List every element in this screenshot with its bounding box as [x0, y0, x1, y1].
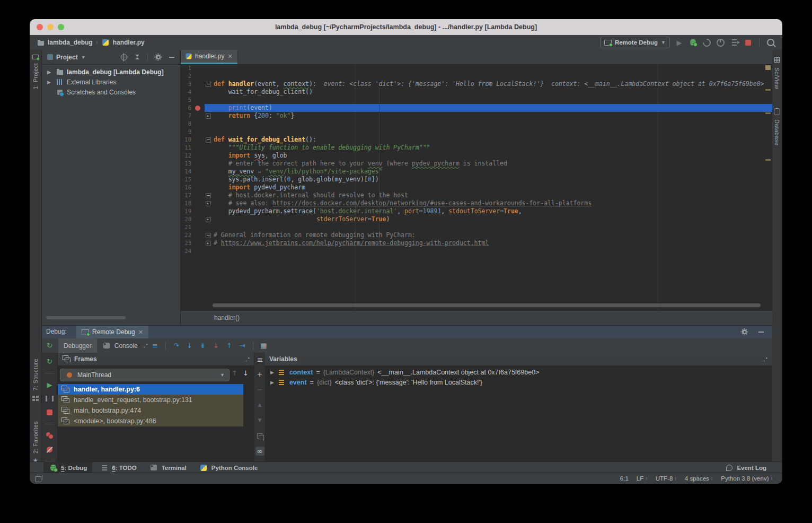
scope-breadcrumb[interactable]: handler(): [214, 314, 240, 321]
debug-icon[interactable]: [689, 38, 698, 47]
pin-icon[interactable]: →▪: [141, 342, 148, 349]
breakpoint-dot[interactable]: [195, 106, 200, 111]
expand-arrow-icon[interactable]: ▶: [47, 69, 52, 75]
toolwindow-button-project[interactable]: 1: Project: [30, 54, 41, 89]
fold-marker-icon[interactable]: [206, 201, 211, 206]
coverage-icon[interactable]: [702, 38, 711, 47]
toolwindow-button-favorites[interactable]: 2: Favorites ★: [30, 421, 41, 464]
code-line-15[interactable]: 15 sys.path.insert(0, glob.glob(my_venv)…: [181, 176, 772, 184]
code-line-8[interactable]: 8: [181, 120, 772, 128]
status-item-6-1[interactable]: 6:1: [620, 475, 629, 482]
fold-marker-icon[interactable]: [206, 114, 211, 119]
remove-watch-icon[interactable]: −: [255, 385, 264, 394]
run-to-cursor-icon[interactable]: ⇥: [238, 341, 247, 350]
breadcrumb-item[interactable]: handler.py: [101, 38, 145, 47]
code-line-1[interactable]: 1: [181, 64, 772, 72]
expand-arrow-icon[interactable]: ▶: [270, 380, 274, 385]
pause-icon[interactable]: [45, 394, 54, 403]
bottom-tab-debug[interactable]: 5: Debug: [43, 462, 92, 473]
code-line-6[interactable]: 6 print(event): [181, 104, 772, 112]
frame-row[interactable]: <module>, bootstrap.py:486: [58, 416, 243, 426]
code-line-13[interactable]: 13 # enter the correct path here to your…: [181, 160, 772, 168]
search-icon[interactable]: [766, 38, 775, 47]
rerun-icon[interactable]: ↻: [45, 357, 54, 366]
breadcrumb-item[interactable]: lambda_debug: [36, 38, 93, 47]
code-line-9[interactable]: 9: [181, 128, 772, 136]
code-line-12[interactable]: 12 import sys, glob: [181, 152, 772, 160]
variables-menu-icon[interactable]: ≡: [255, 355, 264, 364]
frame-row[interactable]: main, bootstrap.py:474: [58, 405, 243, 416]
variable-row[interactable]: ▶context = {LambdaContext} <__main__.Lam…: [265, 367, 772, 377]
settings-icon[interactable]: [740, 327, 749, 336]
mute-breakpoints-icon[interactable]: [45, 445, 54, 454]
locate-icon[interactable]: [119, 53, 128, 62]
warning-stripe-mark[interactable]: [765, 89, 771, 91]
settings-icon[interactable]: [154, 53, 163, 62]
code-line-16[interactable]: 16 import pydevd_pycharm: [181, 184, 772, 191]
collapse-all-icon[interactable]: [133, 53, 142, 62]
code-line-5[interactable]: 5: [181, 96, 772, 104]
force-step-into-icon[interactable]: ⇟: [198, 341, 207, 350]
pin-icon[interactable]: →▪: [243, 355, 250, 363]
close-icon[interactable]: ✕: [227, 53, 232, 60]
code-line-2[interactable]: 2: [181, 72, 772, 80]
tab-console[interactable]: Console →▪: [97, 338, 153, 353]
variable-row[interactable]: ▶event = {dict} <class 'dict'>: {'messag…: [265, 377, 772, 387]
tree-item[interactable]: ▶External Libraries: [42, 77, 180, 87]
rerun-icon[interactable]: ↻: [45, 341, 54, 350]
show-watches-icon[interactable]: ∞: [255, 447, 264, 456]
editor-tab-handler-py[interactable]: handler.py ✕: [181, 50, 238, 63]
profiler-icon[interactable]: [716, 38, 725, 47]
code-line-23[interactable]: 23# https://www.jetbrains.com/help/pycha…: [181, 239, 772, 247]
resume-icon[interactable]: ▶: [45, 380, 54, 389]
tree-item[interactable]: Scratches and Consoles: [42, 87, 180, 97]
code-line-24[interactable]: 24: [181, 247, 772, 255]
thread-selector[interactable]: MainThread ▼: [60, 369, 230, 381]
code-line-14[interactable]: 14 my_venv = "venv/lib/python*/site-pack…: [181, 168, 772, 176]
step-out-icon[interactable]: ↑: [225, 341, 234, 350]
expand-arrow-icon[interactable]: ▶: [47, 80, 52, 85]
fold-marker-icon[interactable]: [206, 233, 211, 238]
toolwindow-button-structure[interactable]: 7: Structure: [30, 359, 41, 403]
run-with-icon[interactable]: [730, 38, 739, 47]
step-into-my-code-icon[interactable]: ↓: [211, 341, 220, 350]
status-item-python-3-8-venv-[interactable]: Python 3.8 (venv)↕: [721, 475, 773, 482]
fold-marker-icon[interactable]: [206, 217, 211, 222]
code-line-18[interactable]: 18 # see also: https://docs.docker.com/d…: [181, 199, 772, 207]
status-item-utf-8[interactable]: UTF-8↕: [656, 475, 677, 482]
close-icon[interactable]: ✕: [138, 329, 143, 336]
move-down-icon[interactable]: ▼: [255, 416, 264, 425]
status-item-lf[interactable]: LF↕: [637, 475, 648, 482]
editor-hscrollbar[interactable]: [213, 303, 761, 307]
run-icon[interactable]: ▶: [675, 38, 684, 47]
tree-item[interactable]: ▶lambda_debug [Lambda Debug]: [42, 67, 180, 77]
code-line-19[interactable]: 19 pydevd_pycharm.settrace('host.docker.…: [181, 207, 772, 215]
bottom-tab-python-console[interactable]: Python Console: [194, 462, 263, 473]
toolwindow-toggle-icon[interactable]: [34, 475, 43, 484]
tab-debugger[interactable]: Debugger: [58, 338, 97, 353]
show-execution-point-icon[interactable]: ≡: [151, 341, 160, 350]
expand-arrow-icon[interactable]: ▶: [270, 370, 274, 375]
code-line-7[interactable]: 7 return {200: "ok"}: [181, 112, 772, 120]
warning-stripe-mark[interactable]: [765, 112, 771, 114]
frame-row[interactable]: handle_event_request, bootstrap.py:131: [58, 395, 243, 405]
fold-marker-icon[interactable]: [206, 137, 211, 143]
warning-stripe-mark[interactable]: [765, 159, 771, 161]
next-frame-icon[interactable]: ↓: [243, 369, 249, 377]
add-watch-icon[interactable]: +: [255, 370, 264, 379]
inspections-indicator[interactable]: [765, 65, 771, 70]
code-line-4[interactable]: 4 wait_for_debug_client(): [181, 88, 772, 96]
project-hscrollbar[interactable]: [46, 316, 126, 319]
previous-frame-icon[interactable]: ↑: [232, 369, 237, 377]
view-breakpoints-icon[interactable]: [45, 431, 54, 440]
stop-icon[interactable]: [744, 38, 753, 47]
toolwindow-button-sciview[interactable]: SciView: [772, 55, 782, 89]
bottom-tab-todo[interactable]: 6: TODO: [94, 462, 142, 473]
code-line-20[interactable]: 20 stderrToServer=True): [181, 215, 772, 223]
event-log-button[interactable]: Event Log: [725, 462, 766, 473]
code-line-3[interactable]: 3def handler(event, context): event: <cl…: [181, 80, 772, 88]
debug-session-tab[interactable]: Remote Debug ✕: [76, 326, 148, 338]
code-line-21[interactable]: 21: [181, 223, 772, 231]
run-configuration-select[interactable]: Remote Debug ▼: [600, 37, 670, 48]
fold-marker-icon[interactable]: [206, 193, 211, 198]
